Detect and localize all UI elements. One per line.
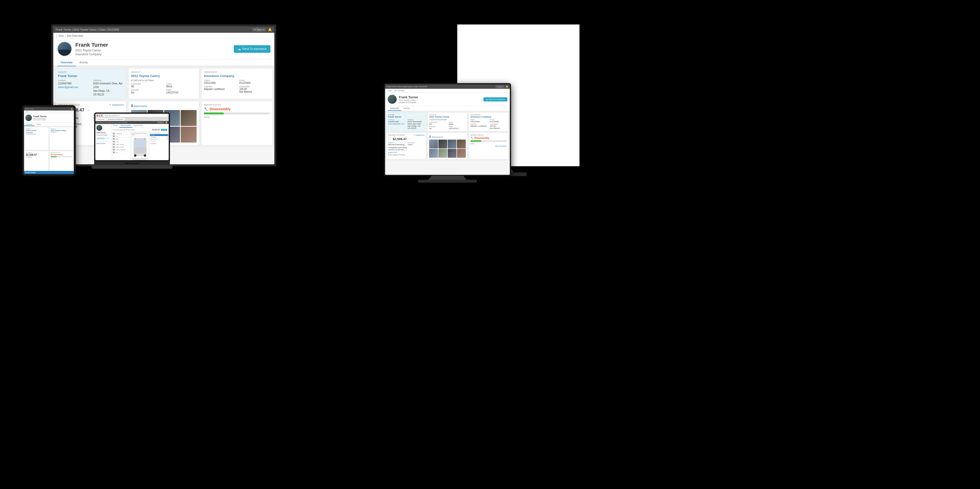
third-attach-thumb[interactable] <box>438 149 447 158</box>
laptop-part-tow[interactable]: 🔲 Tow <box>112 135 130 138</box>
third-bell-icon[interactable]: 🔔 <box>506 85 508 88</box>
vehicle-plate: LN123YUC <box>166 91 197 94</box>
third-attach-thumb[interactable] <box>429 140 438 148</box>
laptop-part-cover[interactable]: 🔲 Cover <box>112 140 130 143</box>
owner-email[interactable]: owner@gmail.com <box>58 85 88 89</box>
third-owner-phone: 1234567890 <box>388 121 405 123</box>
tablet-app-header: Frank Turner 🔔 <box>24 107 74 110</box>
diagram-note: Use Procedure Explanations 1 and 28 with… <box>132 158 148 160</box>
third-parts-status-label: Parts Status <box>388 154 397 156</box>
owner-zip: US 92122 <box>93 93 124 96</box>
address-label: Address <box>93 79 124 82</box>
laptop-part-front-bumper[interactable]: 🔲 Front Bumper <box>112 132 130 135</box>
browser-minimize-dot[interactable] <box>99 115 100 116</box>
send-to-insurance-button[interactable]: ☁ Send To Insurance <box>234 45 270 53</box>
owner-address: 6220 Greenwich Drive, Apt 1234 <box>93 82 124 89</box>
third-vehicle: 2012 Toyota Camry <box>399 99 418 101</box>
browser-close-dot[interactable] <box>97 115 98 116</box>
cover-icon: 🔲 <box>112 140 115 143</box>
owner-name: Frank Turner <box>58 74 124 78</box>
third-attach-thumb[interactable] <box>429 149 438 158</box>
third-attachments-card: 8 Attachments <box>427 132 467 159</box>
tablet-company: Insurance Company <box>33 119 47 121</box>
diagram-car-outline <box>132 136 148 158</box>
vehicle-section-label: Vehicle <box>131 71 197 73</box>
laptop-estimate-bar: Part: Front Bumper | BL 3E Sport Model $… <box>111 128 169 132</box>
laptop-part-art[interactable]: 🔲 Art <box>112 151 130 154</box>
third-export-pdf-link[interactable]: Export PDF <box>388 151 425 153</box>
laptop-line-item-1[interactable]: Front Door▸ <box>150 134 168 136</box>
attachment-thumb[interactable] <box>181 110 197 126</box>
laptop-line-item-3[interactable]: Bumper Recover0.8 <box>150 138 168 140</box>
laptop-line-item-2[interactable]: Front Bumper3.4 <box>150 136 168 138</box>
claim-label: Claim <box>204 79 234 82</box>
third-attach-thumb[interactable] <box>448 140 457 148</box>
info-cards-grid: Owner Frank Turner Contact 1234567890 ow… <box>53 66 274 101</box>
tab-activity[interactable]: Activity <box>76 59 91 66</box>
third-avatar <box>388 95 397 104</box>
laptop-part-engine[interactable]: 🔲 Engine / Electrical <box>112 143 130 146</box>
attachments-label: Attachments <box>134 105 148 108</box>
color-label: Color <box>166 83 197 85</box>
attachment-thumb[interactable] <box>181 127 197 143</box>
third-jobs-link[interactable]: Jobs <box>388 90 392 91</box>
supplement-link[interactable]: ✎ Supplement <box>109 104 124 106</box>
third-progress-fill <box>471 140 482 142</box>
third-tab-activity[interactable]: Activity <box>401 106 412 111</box>
qe-procedures-link[interactable]: QE Procedures <box>471 145 507 147</box>
third-tab-overview[interactable]: Overview <box>388 106 401 111</box>
third-monitor-screen: Frank Turner | 2012 Toyota Camry | Claim… <box>385 84 510 175</box>
tablet-jobs-link[interactable]: Jobs <box>26 111 29 113</box>
browser-maximize-dot[interactable] <box>101 115 102 116</box>
third-owner-name: Frank Turner <box>388 116 425 118</box>
third-attach-thumb[interactable] <box>448 149 457 158</box>
tab-overview[interactable]: Overview <box>57 59 76 66</box>
attachments-count: 8 <box>131 104 133 108</box>
plate-label: Plate <box>166 89 197 91</box>
laptop-tab-original-estimate[interactable]: Original Estimate <box>132 124 145 127</box>
third-estimate-amount: $2,508.47 <box>393 137 407 141</box>
svg-rect-1 <box>135 140 145 148</box>
view-detail-link[interactable]: View Detail <box>150 140 168 142</box>
third-owner-address: 6220 Greenwich Drive, Apt 1234 <box>407 121 425 125</box>
laptop-browser-tab-1[interactable]: Frank Turner <box>96 118 106 121</box>
laptop-bell-icon[interactable]: 🔔 <box>165 121 167 123</box>
notification-bell-icon[interactable]: 🔔 <box>268 28 272 32</box>
third-current: Job Overview <box>394 90 404 91</box>
third-doc-icon: 📄 <box>388 137 391 140</box>
laptop-tab-overview[interactable]: Overview <box>111 124 119 127</box>
repair-icon: 🔧 <box>204 107 208 111</box>
tablet-tab-overview[interactable]: Overview <box>24 123 35 126</box>
tablet-tab-activity[interactable]: Activity <box>35 123 43 126</box>
third-repair-card: Repair Status 🔧 Disassembly Notes QE Pro… <box>469 132 509 159</box>
third-vehicle-name: 2012 Toyota Camry <box>429 116 466 118</box>
laptop-sidebar-item-job-overview[interactable]: Job Overview <box>96 137 110 140</box>
laptop-part-refinish[interactable]: 🔲 Refinish Procedure <box>112 146 130 148</box>
insurance-policy: Pn123466 <box>239 82 270 84</box>
status-badge[interactable]: ✉ Open ▾ <box>252 28 266 32</box>
third-owner-email[interactable]: owner@gmail.com <box>388 123 405 125</box>
jobs-link[interactable]: Jobs <box>58 34 64 37</box>
tablet-footer-name: Frank Turner <box>24 171 74 174</box>
laptop-locked-badge[interactable]: Locked <box>161 129 167 131</box>
laptop-open-badge[interactable]: ✉ Open ▾ <box>157 121 164 123</box>
third-supplement-link[interactable]: ✎ Supplement <box>414 134 425 136</box>
third-send-to-insurance-button[interactable]: ☁ Send To Insurance <box>484 97 508 102</box>
third-app-header: Frank Turner | 2012 Toyota Camry | Claim… <box>385 84 510 89</box>
third-attach-thumb[interactable] <box>457 140 466 148</box>
laptop-part-steering[interactable]: 🔲 Steering / Suspension <box>112 148 130 151</box>
third-attach-thumb[interactable] <box>438 140 447 148</box>
laptop-app-title: Frank Turner | 2012 Toyota Camry SE | Cl… <box>97 122 127 123</box>
browser-url-bar[interactable]: repaircenter.mymitchell.com <box>103 115 167 117</box>
third-monitor-base <box>418 180 477 183</box>
laptop-estimate-value: $1,611.67 <box>152 129 160 131</box>
laptop-browser-tab-2[interactable]: repaircenter.mymitchell.com <box>107 118 125 121</box>
third-attach-thumb[interactable] <box>457 149 466 158</box>
laptop-part-book[interactable]: 🔲 Book <box>112 138 130 140</box>
laptop-tab-primary-estimate[interactable]: Primary Estimate <box>119 124 132 127</box>
third-open-badge[interactable]: ✉ Open ▾ <box>496 85 504 88</box>
submodel-label: Submodel <box>131 83 161 85</box>
laptop-estimate-section-label: Part: Front Bumper | BL 3E Sport Model <box>113 129 134 131</box>
laptop-sidebar-avatar <box>96 125 102 131</box>
laptop-main-tabs: Overview Primary Estimate Original Estim… <box>111 124 169 128</box>
